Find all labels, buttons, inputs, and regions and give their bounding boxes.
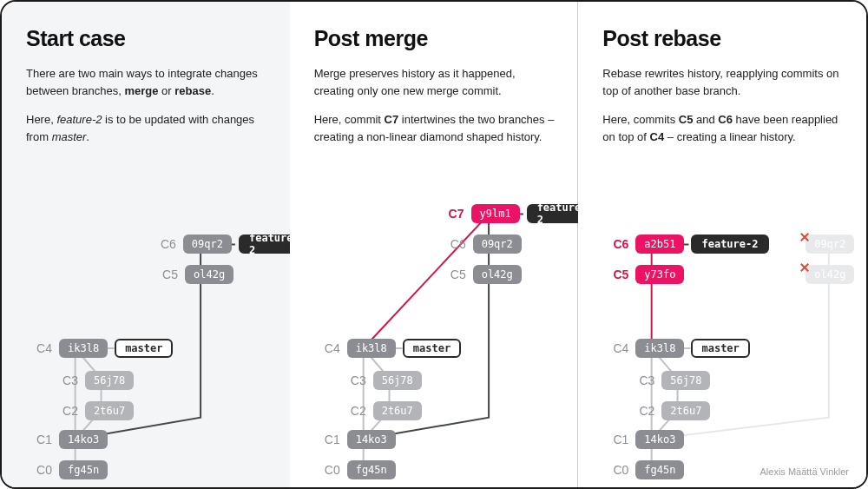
bold-c7: C7 — [385, 113, 399, 126]
commit-c2: C2 2t6u7 — [342, 401, 422, 420]
commit-hash: 09qr2 — [473, 235, 522, 254]
commit-hash-ghost: 09qr2 — [806, 235, 854, 254]
text: Here, — [26, 113, 56, 126]
commit-label: C0 — [28, 463, 52, 477]
col-merge: Post merge Merge preserves history as it… — [290, 2, 579, 487]
commit-hash: 56j78 — [373, 371, 422, 390]
commit-label: C1 — [316, 433, 340, 446]
commit-c3: C3 56j78 — [630, 371, 710, 390]
diagram-merge: C0 fg45n C1 14ko3 C2 2t6u7 C3 56j78 C4 — [290, 209, 578, 487]
commit-label: C3 — [54, 373, 78, 387]
commit-hash: ik3l8 — [59, 339, 108, 358]
commit-c2: C2 2t6u7 — [54, 401, 134, 420]
commit-c0: C0 fg45n — [604, 460, 684, 479]
credit: Alexis Määttä Vinkler — [760, 466, 849, 477]
commit-hash: 09qr2 — [183, 235, 232, 254]
commit-label: C5 — [604, 268, 628, 281]
text: . — [86, 130, 89, 143]
commit-c5: C5 ol42g — [442, 265, 522, 284]
commit-hash-ghost: ol42g — [806, 265, 854, 284]
commit-c2: C2 2t6u7 — [630, 401, 710, 420]
commit-label: C2 — [342, 404, 366, 418]
commit-hash: a2b51 — [635, 235, 684, 254]
title-rebase: Post rebase — [602, 26, 845, 51]
commit-label: C4 — [604, 341, 628, 355]
branch-master: master — [691, 339, 749, 358]
commit-hash: fg45n — [347, 460, 396, 479]
branch-master: master — [115, 339, 173, 358]
commit-hash: ol42g — [185, 265, 233, 284]
commit-hash: 56j78 — [85, 371, 134, 390]
commit-label: C4 — [28, 341, 52, 355]
commit-label: C3 — [630, 373, 654, 387]
italic-master: master — [52, 130, 87, 143]
commit-label: C7 — [442, 207, 464, 221]
title-start: Start case — [26, 26, 269, 51]
italic-feature2: feature-2 — [56, 113, 102, 126]
commit-label: C5 — [154, 268, 178, 281]
col-rebase: Post rebase Rebase rewrites history, rea… — [578, 2, 866, 487]
commit-ghost-c5: ol42g — [806, 265, 854, 284]
commit-c5-new: C5 y73fo — [604, 265, 684, 284]
commit-label: C3 — [342, 373, 366, 387]
rebase-p1: Rebase rewrites history, reapplying comm… — [602, 65, 845, 99]
commit-hash: ik3l8 — [635, 339, 684, 358]
commit-c4: C4 ik3l8 master — [316, 339, 461, 358]
commit-hash: 2t6u7 — [661, 401, 710, 420]
commit-c4: C4 ik3l8 master — [604, 339, 749, 358]
text: Here, commit — [314, 113, 385, 126]
commit-c6: C6 09qr2 feature-2 — [154, 235, 312, 254]
commit-c1: C1 14ko3 — [28, 430, 108, 449]
commit-c4: C4 ik3l8 master — [28, 339, 173, 358]
diagram-start: C0 fg45n C1 14ko3 C2 2t6u7 C3 56j78 C4 — [2, 209, 290, 487]
commit-hash: 2t6u7 — [373, 401, 422, 420]
commit-c1: C1 14ko3 — [604, 430, 684, 449]
commit-c6-new: C6 a2b51 feature-2 — [604, 235, 768, 254]
bold-c5: C5 — [679, 113, 694, 126]
col-start: Start case There are two main ways to in… — [2, 2, 290, 487]
delete-x-icon — [800, 263, 809, 272]
commit-label: C2 — [54, 404, 78, 418]
commit-c0: C0 fg45n — [316, 460, 396, 479]
text: . — [211, 84, 214, 97]
commit-label: C6 — [442, 237, 466, 251]
bold-rebase: rebase — [174, 84, 211, 97]
commit-c0: C0 fg45n — [28, 460, 108, 479]
commit-hash: ol42g — [473, 265, 522, 284]
start-p1: There are two main ways to integrate cha… — [26, 65, 269, 99]
branch-feature2: feature-2 — [691, 235, 768, 254]
diagram-frame: Start case There are two main ways to in… — [0, 0, 868, 489]
text: – creating a linear history. — [664, 130, 796, 143]
commit-hash: ik3l8 — [347, 339, 396, 358]
title-merge: Post merge — [314, 26, 557, 51]
commit-c3: C3 56j78 — [342, 371, 422, 390]
columns: Start case There are two main ways to in… — [2, 2, 866, 487]
rebase-p2: Here, commits C5 and C6 have been reappl… — [602, 111, 845, 145]
commit-hash: 14ko3 — [59, 430, 108, 449]
branch-master: master — [403, 339, 461, 358]
delete-x-icon — [800, 233, 809, 241]
commit-hash: y9lm1 — [471, 204, 520, 223]
commit-c7: C7 y9lm1 feature-2 — [442, 204, 600, 223]
commit-hash: 2t6u7 — [85, 401, 134, 420]
commit-c1: C1 14ko3 — [316, 430, 396, 449]
commit-label: C2 — [630, 404, 654, 418]
diagram-rebase: C0 fg45n C1 14ko3 C2 2t6u7 C3 56j78 C4 — [578, 209, 866, 487]
commit-hash: 14ko3 — [347, 430, 396, 449]
merge-p2: Here, commit C7 intertwines the two bran… — [314, 111, 557, 145]
commit-c5: C5 ol42g — [154, 265, 233, 284]
start-p2: Here, feature-2 is to be updated with ch… — [26, 111, 269, 145]
commit-hash: fg45n — [59, 460, 108, 479]
commit-label: C1 — [604, 433, 628, 446]
commit-hash: y73fo — [635, 265, 684, 284]
commit-label: C0 — [316, 463, 340, 477]
commit-c3: C3 56j78 — [54, 371, 134, 390]
bold-merge: merge — [124, 84, 158, 97]
bold-c4: C4 — [650, 130, 665, 143]
commit-hash: 14ko3 — [635, 430, 684, 449]
commit-label: C6 — [154, 237, 176, 251]
commit-label: C6 — [604, 237, 628, 251]
commit-label: C5 — [442, 268, 466, 281]
commit-ghost-c6: 09qr2 — [806, 235, 854, 254]
commit-hash: fg45n — [635, 460, 684, 479]
